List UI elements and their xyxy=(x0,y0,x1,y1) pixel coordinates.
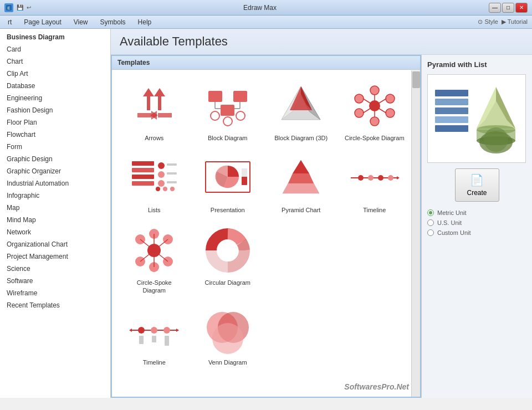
style-button[interactable]: ⊙ Style xyxy=(478,18,500,25)
sidebar-item-engineering[interactable]: Engineering xyxy=(0,92,110,104)
sidebar-item-map[interactable]: Map xyxy=(0,202,110,214)
svg-rect-37 xyxy=(132,168,154,172)
sidebar-item-science[interactable]: Science xyxy=(0,263,110,275)
svg-point-26 xyxy=(386,109,395,117)
svg-rect-45 xyxy=(167,181,177,183)
svg-point-46 xyxy=(156,187,160,191)
maximize-button[interactable]: □ xyxy=(502,3,514,13)
templates-header: Templates xyxy=(112,56,420,70)
custom-unit-radio[interactable] xyxy=(427,229,434,236)
menu-help[interactable]: Help xyxy=(132,17,157,27)
right-panel: Pyramid with List xyxy=(421,55,532,398)
sidebar-item-industrial-automation[interactable]: Industrial Automation xyxy=(0,177,110,189)
svg-rect-43 xyxy=(167,163,177,166)
template-block-diagram-3d[interactable]: Block Diagram (3D) xyxy=(270,81,332,142)
svg-point-60 xyxy=(378,175,383,181)
menu-view[interactable]: View xyxy=(68,17,94,27)
sidebar-item-software[interactable]: Software xyxy=(0,275,110,287)
us-unit-radio[interactable] xyxy=(427,219,434,226)
template-block-diagram-label: Block Diagram xyxy=(208,134,248,142)
title-bar-left: E 💾 ↩ xyxy=(4,3,31,12)
sidebar-item-database[interactable]: Database xyxy=(0,80,110,92)
metric-unit-option[interactable]: Metric Unit xyxy=(427,209,526,216)
sidebar-item-flowchart[interactable]: Flowchart xyxy=(0,129,110,141)
sidebar-item-clip-art[interactable]: Clip Art xyxy=(0,68,110,80)
sidebar-item-project-management[interactable]: Project Management xyxy=(0,250,110,263)
custom-unit-option[interactable]: Custom Unit xyxy=(427,229,526,236)
svg-marker-80 xyxy=(129,329,132,332)
svg-point-81 xyxy=(138,327,145,334)
svg-point-28 xyxy=(355,109,364,117)
template-lists[interactable]: Lists xyxy=(123,153,186,214)
menu-page-layout[interactable]: Page Layout xyxy=(18,17,66,27)
template-circle-spoke-1[interactable]: Circle-Spoke Diagram xyxy=(344,81,406,142)
sidebar-item-business-diagram[interactable]: Business Diagram xyxy=(0,31,110,43)
menu-symbols[interactable]: Symbols xyxy=(95,17,131,27)
sidebar-item-wireframe[interactable]: Wireframe xyxy=(0,287,110,299)
sidebar-item-graphic-organizer[interactable]: Graphic Organizer xyxy=(0,165,110,177)
svg-rect-4 xyxy=(137,113,151,117)
svg-point-16 xyxy=(223,117,232,126)
svg-rect-93 xyxy=(435,116,468,123)
svg-rect-85 xyxy=(152,336,156,342)
svg-point-40 xyxy=(158,162,165,169)
template-circle-spoke-2-label: Circle-SpokeDiagram xyxy=(137,279,172,295)
svg-rect-44 xyxy=(167,172,177,175)
template-venn-diagram[interactable]: Venn Diagram xyxy=(197,305,259,366)
template-pyramid-chart-label: Pyramid Chart xyxy=(282,206,320,214)
template-circle-spoke-1-label: Circle-Spoke Diagram xyxy=(345,134,405,142)
template-presentation-label: Presentation xyxy=(211,206,245,214)
template-pyramid-chart[interactable]: Pyramid Chart xyxy=(270,153,332,214)
template-timeline-1[interactable]: Timeline xyxy=(344,153,406,214)
svg-rect-84 xyxy=(139,336,144,344)
window-title: Edraw Max xyxy=(31,4,489,12)
template-timeline-2[interactable]: Timeline xyxy=(123,305,186,366)
svg-point-82 xyxy=(151,327,157,334)
tutorial-button[interactable]: ▶ Tutorial xyxy=(502,18,530,25)
sidebar-item-network[interactable]: Network xyxy=(0,226,110,238)
sidebar-item-fashion-design[interactable]: Fashion Design xyxy=(0,104,110,116)
menu-insert[interactable]: rt xyxy=(2,17,17,27)
svg-rect-9 xyxy=(233,91,247,102)
template-circle-spoke-2[interactable]: Circle-SpokeDiagram xyxy=(123,226,186,295)
sidebar-item-form[interactable]: Form xyxy=(0,141,110,153)
minimize-button[interactable]: — xyxy=(489,3,501,13)
sidebar-item-chart[interactable]: Chart xyxy=(0,55,110,68)
us-unit-label: U.S. Unit xyxy=(437,219,462,226)
window-controls: — □ ✕ xyxy=(489,3,528,13)
svg-point-83 xyxy=(163,327,170,334)
quick-access-undo[interactable]: ↩ xyxy=(27,4,31,11)
sidebar-item-recent-templates[interactable]: Recent Templates xyxy=(0,299,110,311)
svg-rect-90 xyxy=(435,90,468,96)
template-timeline-2-label: Timeline xyxy=(143,358,166,366)
templates-container: Templates xyxy=(111,55,532,398)
sidebar-item-organizational-chart[interactable]: Organizational Chart xyxy=(0,238,110,250)
create-button[interactable]: 📄 Create xyxy=(455,168,499,202)
close-button[interactable]: ✕ xyxy=(515,3,528,13)
template-circular-diagram[interactable]: Circular Diagram xyxy=(197,226,259,295)
template-presentation[interactable]: Presentation xyxy=(197,153,259,214)
template-arrows[interactable]: Arrows xyxy=(123,81,186,142)
metric-unit-radio[interactable] xyxy=(427,209,434,216)
svg-point-41 xyxy=(158,171,165,178)
sidebar-item-card[interactable]: Card xyxy=(0,43,110,55)
sidebar-item-floor-plan[interactable]: Floor Plan xyxy=(0,116,110,129)
svg-rect-36 xyxy=(132,161,154,166)
sidebar-item-mind-map[interactable]: Mind Map xyxy=(0,214,110,226)
template-timeline-1-label: Timeline xyxy=(363,206,386,214)
metric-unit-label: Metric Unit xyxy=(437,209,467,216)
quick-access-save[interactable]: 💾 xyxy=(17,4,23,11)
preview-box xyxy=(427,74,526,163)
svg-rect-52 xyxy=(242,177,247,185)
template-lists-label: Lists xyxy=(148,206,161,214)
sidebar-item-graphic-design[interactable]: Graphic Design xyxy=(0,153,110,165)
us-unit-option[interactable]: U.S. Unit xyxy=(427,219,526,226)
scrollbar[interactable] xyxy=(411,70,420,398)
svg-point-89 xyxy=(212,323,243,354)
page-title: Available Templates xyxy=(111,29,532,55)
sidebar-item-infographic[interactable]: Infographic xyxy=(0,189,110,202)
svg-point-27 xyxy=(370,117,379,126)
svg-point-25 xyxy=(386,94,395,103)
template-block-diagram[interactable]: Block Diagram xyxy=(197,81,259,142)
svg-marker-56 xyxy=(283,183,319,193)
